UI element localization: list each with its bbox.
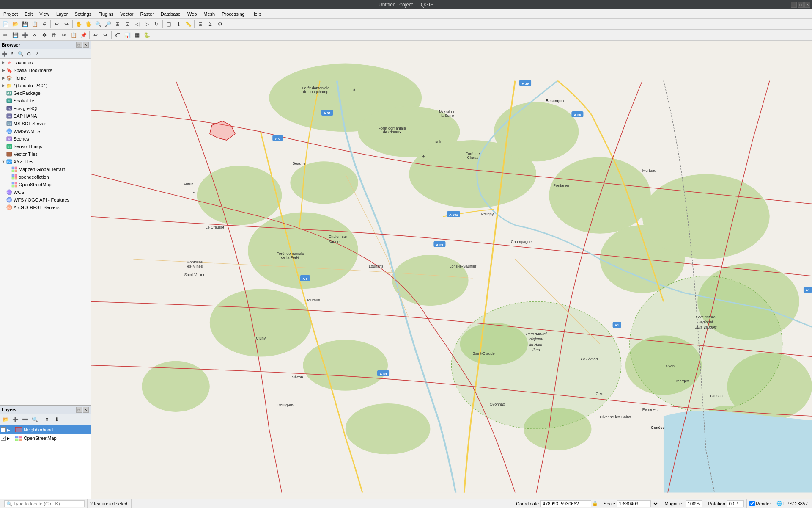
redo2-button[interactable]: ↪: [101, 30, 110, 40]
redo-button[interactable]: ↪: [62, 19, 71, 29]
render-checkbox[interactable]: [749, 501, 755, 506]
magnifier-input[interactable]: [686, 500, 702, 507]
browser-item-osm[interactable]: ▶ OpenStreetMap: [0, 181, 91, 188]
select2-button[interactable]: ▦: [132, 30, 142, 40]
label-tool-button[interactable]: 🏷: [113, 30, 122, 40]
menu-mesh[interactable]: Mesh: [200, 9, 218, 18]
delete-feature-button[interactable]: 🗑: [49, 30, 59, 40]
scale-dropdown[interactable]: ▼: [651, 500, 659, 508]
menu-layer[interactable]: Layer: [53, 9, 71, 18]
edit-mode-button[interactable]: ✏: [1, 30, 10, 40]
vertex-tool-button[interactable]: ⋄: [30, 30, 39, 40]
browser-item-sensorthings[interactable]: ▶ ST SensorThings: [0, 143, 91, 150]
layers-close-button[interactable]: ✕: [83, 407, 89, 413]
zoom-next-button[interactable]: ▷: [142, 19, 151, 29]
layer-item-neighborhood[interactable]: ✓ ▶ Neighborhood: [0, 425, 91, 434]
browser-item-xyz-tiles[interactable]: ▼ XYZ XYZ Tiles: [0, 158, 91, 166]
browser-float-button[interactable]: ⊞: [76, 42, 82, 48]
scale-button[interactable]: ⊟: [196, 19, 205, 29]
expand-xyz[interactable]: ▼: [1, 158, 6, 165]
menu-settings[interactable]: Settings: [71, 9, 95, 18]
refresh-button[interactable]: ↻: [152, 19, 161, 29]
new-project-button[interactable]: 📄: [1, 19, 10, 29]
osm-visibility[interactable]: ✓: [1, 436, 6, 441]
zoom-out-button[interactable]: 🔎: [103, 19, 112, 29]
menu-project[interactable]: Project: [0, 9, 21, 18]
locate-input[interactable]: [4, 500, 85, 507]
neighborhood-visibility[interactable]: ✓: [1, 427, 6, 432]
pan-button[interactable]: ✋: [74, 19, 83, 29]
add-feature-button[interactable]: ➕: [20, 30, 30, 40]
copy-feature-button[interactable]: 📋: [69, 30, 78, 40]
browser-filter-button[interactable]: 🔍: [17, 50, 25, 58]
browser-item-arcgis[interactable]: ▶ AGS ArcGIS REST Servers: [0, 204, 91, 211]
open-project-button[interactable]: 📂: [11, 19, 20, 29]
minimize-button[interactable]: ─: [791, 2, 797, 8]
browser-item-geopackage[interactable]: ▶ GP GeoPackage: [0, 89, 91, 97]
zoom-in-button[interactable]: 🔍: [93, 19, 103, 29]
save-edits-button[interactable]: 💾: [11, 30, 20, 40]
browser-item-spatialite[interactable]: ▶ SL SpatiaLite: [0, 97, 91, 105]
map-canvas[interactable]: A 39 A 36 A 31 A 6 A 391: [91, 41, 812, 499]
browser-item-root[interactable]: ▶ 📁 / (lubuntu_2404): [0, 82, 91, 89]
browser-item-postgresql[interactable]: ▶ PG PostgreSQL: [0, 105, 91, 112]
browser-add-button[interactable]: ➕: [1, 50, 8, 58]
save-as-button[interactable]: 📋: [30, 19, 39, 29]
browser-item-wcs[interactable]: ▶ WCS WCS: [0, 188, 91, 196]
browser-collapse-button[interactable]: ⊖: [25, 50, 33, 58]
browser-item-home[interactable]: ▶ 🏠 Home: [0, 74, 91, 82]
osm-expand[interactable]: ▶: [7, 436, 14, 441]
layers-float-button[interactable]: ⊞: [76, 407, 82, 413]
browser-item-wfs[interactable]: ▶ WFS WFS / OGC API - Features: [0, 196, 91, 204]
pan-map-button[interactable]: 🖐: [84, 19, 93, 29]
browser-close-button[interactable]: ✕: [83, 42, 89, 48]
undo-button[interactable]: ↩: [52, 19, 61, 29]
cut-feature-button[interactable]: ✂: [59, 30, 69, 40]
menu-database[interactable]: Database: [157, 9, 184, 18]
browser-item-opengeofiction[interactable]: ▶ opengeofiction: [0, 173, 91, 181]
browser-item-vector-tiles[interactable]: ▶ VT Vector Tiles: [0, 150, 91, 158]
expand-bookmarks[interactable]: ▶: [1, 67, 6, 74]
attr-table-button[interactable]: 📊: [123, 30, 132, 40]
close-button[interactable]: ✕: [804, 2, 810, 8]
scale-input[interactable]: [617, 500, 651, 507]
menu-web[interactable]: Web: [184, 9, 200, 18]
expand-favorites[interactable]: ▶: [1, 59, 6, 66]
menu-processing[interactable]: Processing: [218, 9, 248, 18]
epsg-section[interactable]: 🌐 EPSG:3857: [774, 499, 810, 508]
browser-item-saphana[interactable]: ▶ SH SAP HANA: [0, 112, 91, 120]
move-feature-button[interactable]: ✥: [40, 30, 49, 40]
menu-edit[interactable]: Edit: [21, 9, 36, 18]
layers-move-up-button[interactable]: ⬆: [42, 415, 52, 424]
select-button[interactable]: ▢: [164, 19, 173, 29]
coordinate-input[interactable]: [540, 500, 591, 507]
zoom-full-button[interactable]: ⊞: [113, 19, 122, 29]
expand-home[interactable]: ▶: [1, 75, 6, 81]
menu-raster[interactable]: Raster: [137, 9, 157, 18]
undo2-button[interactable]: ↩: [91, 30, 100, 40]
python-button[interactable]: 🐍: [142, 30, 151, 40]
browser-item-scenes[interactable]: ▶ SC Scenes: [0, 135, 91, 143]
expand-root[interactable]: ▶: [1, 82, 6, 89]
zoom-layer-button[interactable]: ⊡: [123, 19, 132, 29]
layers-remove-button[interactable]: ➖: [20, 415, 30, 424]
print-button[interactable]: 🖨: [40, 19, 49, 29]
layers-add-button[interactable]: ➕: [11, 415, 20, 424]
maximize-button[interactable]: □: [798, 2, 804, 8]
map-area[interactable]: A 39 A 36 A 31 A 6 A 391: [91, 41, 812, 499]
paste-feature-button[interactable]: 📌: [79, 30, 88, 40]
layers-open-button[interactable]: 📂: [1, 415, 10, 424]
measure-button[interactable]: 📏: [184, 19, 193, 29]
menu-vector[interactable]: Vector: [117, 9, 137, 18]
browser-item-bookmarks[interactable]: ▶ 🔖 Spatial Bookmarks: [0, 66, 91, 74]
coordinate-icon[interactable]: 🔒: [592, 501, 598, 506]
menu-help[interactable]: Help: [248, 9, 265, 18]
identify-button[interactable]: ℹ: [174, 19, 183, 29]
zoom-prev-button[interactable]: ◁: [132, 19, 142, 29]
plugins2-button[interactable]: ⚙: [215, 19, 225, 29]
browser-help-button[interactable]: ?: [33, 50, 41, 58]
rotation-input[interactable]: [727, 500, 744, 507]
stats-button[interactable]: Σ: [206, 19, 215, 29]
menu-view[interactable]: View: [36, 9, 53, 18]
neighborhood-expand[interactable]: ▶: [7, 428, 14, 432]
